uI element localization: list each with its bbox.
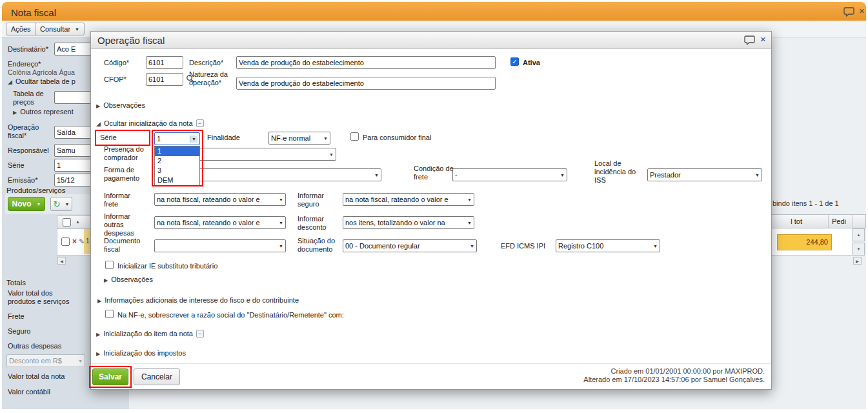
desconto-select-value: Desconto em R$	[9, 357, 76, 365]
consumidor-final-checkbox[interactable]	[350, 132, 359, 141]
sobrescrever-checkbox[interactable]	[105, 310, 114, 318]
hscroll-left-button[interactable]: ◀	[57, 257, 66, 265]
efd-select-value: Registro C100	[558, 242, 651, 250]
collapsed-triangle-icon	[104, 276, 108, 283]
outras-despesas-label: Outras despesas	[8, 342, 61, 350]
select-all-checkbox[interactable]	[63, 218, 71, 227]
toggle-outros-representantes[interactable]: Outros represent	[13, 108, 74, 116]
condicao-frete-select[interactable]: -	[452, 168, 567, 181]
informar-desconto-select[interactable]: nos itens, totalizando o valor na	[343, 216, 474, 229]
close-window-icon[interactable]: ×	[859, 6, 865, 15]
valor-total-nota-label: Valor total da nota	[8, 372, 65, 381]
expanded-triangle-icon	[96, 119, 101, 127]
operacao-fiscal-input[interactable]: Saída	[54, 126, 92, 139]
dropdown-arrow-icon	[653, 244, 658, 248]
forma-pagamento-label: Forma de pagamento	[104, 166, 143, 183]
serie-option-1[interactable]: 1	[155, 146, 199, 156]
paging-text: bindo itens 1 - 1 de 1	[772, 199, 839, 208]
dropdown-arrow-icon	[279, 197, 283, 202]
sobrescrever-label: Na NF-e, sobrescrever a razão social do …	[117, 311, 344, 319]
info-adicionais-label: Informações adicionais de interesse do f…	[105, 296, 299, 304]
collapsed-triangle-icon	[13, 108, 17, 116]
codigo-input[interactable]: 6101	[146, 56, 183, 69]
descricao-input[interactable]: Venda de produção do estabelecimento	[236, 56, 496, 69]
dropdown-arrow-icon	[279, 221, 283, 225]
ativa-label: Ativa	[523, 59, 540, 67]
serie-select[interactable]: 1	[154, 132, 200, 145]
grid-header-left: ▲	[57, 216, 92, 229]
toggle-inicializacao-nota[interactable]: Ocultar inicialização da nota	[96, 119, 204, 127]
emissao-input[interactable]: 15/12	[54, 174, 92, 186]
inicializar-ie-checkbox[interactable]	[105, 261, 114, 269]
collapse-box-icon[interactable]	[196, 330, 204, 337]
cfop-input[interactable]: 6101	[146, 73, 183, 86]
dropdown-arrow-icon	[329, 152, 334, 157]
chat-bubble-icon[interactable]	[843, 7, 854, 19]
informar-seguro-label: Informar seguro	[298, 192, 336, 208]
dropdown-arrow-icon	[323, 136, 328, 141]
chat-bubble-icon[interactable]	[744, 35, 755, 48]
finalidade-select-value: NF-e normal	[271, 134, 321, 142]
informar-frete-select-value: na nota fiscal, rateando o valor e	[157, 196, 277, 203]
informar-seguro-select[interactable]: na nota fiscal, rateando o valor e	[343, 193, 474, 206]
col-pedido-header[interactable]: Pedi	[832, 217, 846, 226]
sort-asc-icon[interactable]: ▲	[76, 219, 80, 224]
cancelar-button-label: Cancelar	[141, 372, 172, 381]
local-iss-select[interactable]: Prestador	[647, 168, 762, 181]
window-title: Nota fiscal	[11, 7, 56, 18]
refresh-button[interactable]: ↻	[50, 197, 72, 211]
vscroll-down-button[interactable]: ▼	[853, 243, 865, 256]
column-divider	[853, 215, 853, 228]
finalidade-label: Finalidade	[207, 134, 240, 142]
toggle-info-adicionais[interactable]: Informações adicionais de interesse do f…	[97, 296, 299, 304]
row-total-cell: 244,80	[777, 234, 832, 250]
acoes-button-label: Ações	[11, 25, 31, 33]
tabela-precos-input[interactable]	[54, 91, 92, 104]
toggle-tabela-precos[interactable]: Ocultar tabela de p	[8, 77, 76, 85]
salvar-button[interactable]: Salvar	[92, 368, 128, 385]
descricao-label: Descrição*	[189, 59, 223, 67]
documento-fiscal-select[interactable]	[154, 239, 286, 252]
finalidade-select[interactable]: NF-e normal	[268, 132, 330, 145]
delete-row-icon[interactable]: ×	[72, 237, 77, 245]
vscroll-up-button[interactable]: ▲	[853, 228, 865, 241]
novo-button[interactable]: Novo	[8, 197, 45, 211]
toggle-outros-label: Outros represent	[20, 108, 74, 116]
situacao-select[interactable]: 00 - Documento regular	[343, 239, 477, 252]
collapse-box-icon[interactable]	[196, 119, 204, 127]
col-total-header[interactable]: l tot	[775, 217, 802, 226]
edit-row-icon[interactable]: ✎	[79, 237, 85, 245]
row-checkbox[interactable]	[61, 237, 70, 246]
desconto-select[interactable]: Desconto em R$	[6, 354, 85, 367]
consumidor-final-label: Para consumidor final	[363, 134, 431, 142]
toggle-inicializacao-impostos[interactable]: Inicialização dos impostos	[96, 349, 186, 357]
destinatario-input[interactable]: Aco E	[54, 43, 92, 55]
toggle-observacoes-1[interactable]: Observações	[96, 101, 145, 109]
cancelar-button[interactable]: Cancelar	[134, 368, 180, 385]
valor-total-ps-label: Valor total dos produtos e serviços	[8, 289, 80, 306]
ativa-checkbox[interactable]	[510, 57, 519, 66]
situacao-label: Situação do documento	[298, 237, 341, 254]
toggle-observacoes-2[interactable]: Observações	[104, 276, 153, 283]
documento-fiscal-label: Documento fiscal	[104, 237, 149, 254]
hscroll-right-button[interactable]: ▶	[853, 257, 862, 265]
observacoes-1-label: Observações	[103, 101, 145, 109]
serie-option-dem[interactable]: DEM	[155, 176, 199, 185]
natureza-input[interactable]: Venda de produção do estabelecimento	[236, 77, 496, 90]
totais-section-title: Totais	[6, 279, 26, 287]
informar-desconto-label: Informar desconto	[298, 215, 338, 232]
informar-outras-label: Informar outras despesas	[104, 212, 149, 237]
consultar-button[interactable]: Consultar	[35, 23, 85, 35]
toggle-inicializacao-item[interactable]: Inicialização do item da nota	[96, 330, 204, 337]
responsavel-input[interactable]: Samu	[54, 144, 92, 157]
informar-outras-select[interactable]: na nota fiscal, rateando o valor e	[154, 216, 286, 229]
dropdown-arrow-icon	[374, 173, 379, 177]
chevron-down-icon	[65, 202, 69, 206]
efd-select[interactable]: Registro C100	[556, 239, 660, 252]
close-modal-icon[interactable]: ×	[760, 34, 766, 44]
serie-option-3[interactable]: 3	[155, 166, 199, 176]
informar-frete-select[interactable]: na nota fiscal, rateando o valor e	[154, 193, 286, 206]
inicializacao-item-label: Inicialização do item da nota	[103, 330, 193, 337]
serie-main-input[interactable]: 1	[54, 159, 92, 172]
serie-option-2[interactable]: 2	[155, 156, 199, 166]
